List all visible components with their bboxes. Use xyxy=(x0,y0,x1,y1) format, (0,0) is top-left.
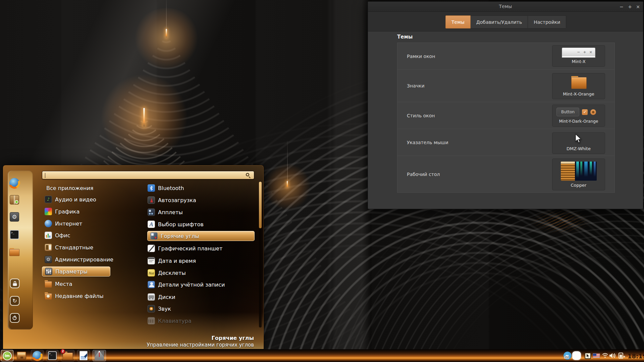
lock-button[interactable] xyxy=(10,279,20,288)
window-titlebar[interactable]: Темы − + × xyxy=(368,2,643,12)
menu-item-places[interactable]: Места xyxy=(45,279,72,289)
tray-chat-icon[interactable]: 152 xyxy=(564,352,572,360)
menu-item-recent-files[interactable]: Недавние файлы xyxy=(45,291,104,301)
scrollbar-thumb[interactable] xyxy=(259,182,262,228)
taskbar: lm >_ 2 xyxy=(0,349,644,362)
menu-item-hot-corners[interactable]: Горячие углы xyxy=(147,231,255,241)
shutdown-button[interactable] xyxy=(10,313,20,323)
administration-icon: ⚙ xyxy=(45,256,52,263)
row-window-borders: Рамки окон −+× Mint-X xyxy=(397,43,614,69)
menu-scrollbar[interactable] xyxy=(259,181,262,327)
window-content: Темы Рамки окон −+× Mint-X xyxy=(368,32,643,209)
tray-battery-icon[interactable] xyxy=(618,352,626,359)
menu-item-account-details[interactable]: Детали учётной записи xyxy=(148,280,225,290)
selected-app-description: Управление настройками горячих углов xyxy=(147,342,254,348)
sidebar-files-button[interactable] xyxy=(9,248,19,256)
taskbar-files[interactable]: 2 xyxy=(61,350,74,361)
themes-window: Темы − + × Темы Добавить/Удалить Настрой… xyxy=(368,1,643,209)
maximize-button[interactable]: + xyxy=(627,3,633,10)
menu-item-date-time[interactable]: Дата и время xyxy=(148,256,196,266)
fonts-icon: A xyxy=(148,221,155,228)
theme-settings-list: Рамки окон −+× Mint-X Значки xyxy=(397,43,615,193)
office-icon xyxy=(45,232,52,239)
row-icons: Значки Mint-X-Orange xyxy=(397,69,614,102)
keyboard-icon xyxy=(148,317,155,324)
logout-button[interactable]: ↻ xyxy=(10,296,20,306)
internet-icon xyxy=(45,220,52,227)
applets-icon xyxy=(148,208,155,216)
window-borders-picker[interactable]: −+× Mint-X xyxy=(552,45,605,67)
taskbar-clock[interactable]: 18:19 xyxy=(628,353,644,360)
tray-notification-icon[interactable] xyxy=(572,351,581,360)
menu-item-disks[interactable]: Диски xyxy=(148,292,175,302)
selected-app-title: Горячие углы xyxy=(211,335,254,341)
audio-video-icon: ♪ xyxy=(45,196,52,203)
menu-item-keyboard[interactable]: Клавиатура xyxy=(148,316,192,326)
sidebar-settings-button[interactable]: ⚙ xyxy=(10,212,19,222)
show-desktop-button[interactable] xyxy=(15,350,28,361)
tray-chat-badge: 152 xyxy=(564,356,569,359)
startup-icon xyxy=(148,196,155,204)
writer-icon xyxy=(79,351,88,360)
accessories-icon xyxy=(45,244,52,251)
row-controls: Стиль окон Button ✓ Mint-Y-Dark-Orange xyxy=(397,102,614,129)
taskbar-writer[interactable] xyxy=(77,350,90,361)
sidebar-firefox-button[interactable] xyxy=(9,178,19,188)
menu-item-startup[interactable]: Автозагрузка xyxy=(148,195,196,205)
taskbar-terminal[interactable]: >_ xyxy=(46,350,58,361)
titlebar-preview: −+× xyxy=(562,48,595,56)
menu-item-graphics[interactable]: Графика xyxy=(45,206,79,217)
menu-item-graphics-tablet[interactable]: Графический планшет xyxy=(148,243,222,253)
menu-item-office[interactable]: Офис xyxy=(45,230,70,240)
terminal-icon: >_ xyxy=(48,351,57,360)
icons-picker[interactable]: Mint-X-Orange xyxy=(552,73,605,99)
section-heading: Темы xyxy=(397,34,413,40)
places-icon xyxy=(45,280,52,288)
tab-settings[interactable]: Настройки xyxy=(528,15,566,28)
recent-files-icon xyxy=(45,292,52,300)
menu-item-font-selection[interactable]: A Выбор шрифтов xyxy=(148,219,204,229)
tray-volume-icon[interactable] xyxy=(609,352,616,359)
account-icon xyxy=(148,281,155,288)
files-badge: 2 xyxy=(60,349,65,354)
controls-picker[interactable]: Button ✓ Mint-Y-Dark-Orange xyxy=(552,105,605,127)
menu-item-preferences[interactable]: Параметры xyxy=(42,266,110,277)
tray-pointer-icon[interactable] xyxy=(585,353,591,359)
menu-item-desklets[interactable]: Not Десклеты xyxy=(148,268,186,278)
minimize-button[interactable]: − xyxy=(618,3,625,10)
menu-item-applets[interactable]: Апплеты xyxy=(148,207,183,217)
mint-menu: ⚙ >_ ↻ Все приложения ♪ xyxy=(3,165,264,349)
menu-item-sound[interactable]: Звук xyxy=(148,304,171,314)
search-input[interactable] xyxy=(42,171,254,179)
tab-themes[interactable]: Темы xyxy=(445,15,471,28)
menu-item-bluetooth[interactable]: Bluetooth xyxy=(148,183,184,193)
show-desktop-icon xyxy=(17,352,26,360)
close-button[interactable]: × xyxy=(635,3,641,10)
menu-button[interactable]: lm xyxy=(1,350,13,361)
menu-item-all-applications[interactable]: Все приложения xyxy=(46,183,93,193)
tab-add-remove[interactable]: Добавить/Удалить xyxy=(471,15,528,28)
menu-item-internet[interactable]: Интернет xyxy=(45,219,82,229)
sidebar-software-manager-button[interactable] xyxy=(10,195,19,204)
tray-keyboard-layout-us[interactable] xyxy=(593,353,600,358)
menu-item-audio-video[interactable]: ♪ Аудио и видео xyxy=(45,194,96,204)
firefox-icon xyxy=(33,351,42,360)
desktop-picker[interactable]: Copper xyxy=(552,159,605,190)
bluetooth-icon xyxy=(148,184,155,192)
desktop: Темы − + × Темы Добавить/Удалить Настрой… xyxy=(0,0,644,362)
menu-item-administration[interactable]: ⚙ Администрирование xyxy=(45,254,113,264)
taskbar-settings-window[interactable] xyxy=(93,350,106,361)
text-caret xyxy=(45,173,45,178)
sidebar-terminal-button[interactable]: >_ xyxy=(10,230,19,239)
preferences-icon xyxy=(45,268,52,275)
menu-item-accessories[interactable]: Стандартные xyxy=(45,242,93,252)
graphics-icon xyxy=(45,208,52,215)
tab-bar: Темы Добавить/Удалить Настройки xyxy=(368,12,643,32)
mint-logo-icon: lm xyxy=(3,351,12,360)
disks-icon xyxy=(148,293,155,301)
tray-wifi-icon[interactable] xyxy=(602,353,608,358)
suit-icon xyxy=(95,351,104,360)
desklets-icon: Not xyxy=(148,269,155,277)
taskbar-firefox[interactable] xyxy=(31,350,44,361)
wallpaper-thumbnail xyxy=(561,162,597,181)
